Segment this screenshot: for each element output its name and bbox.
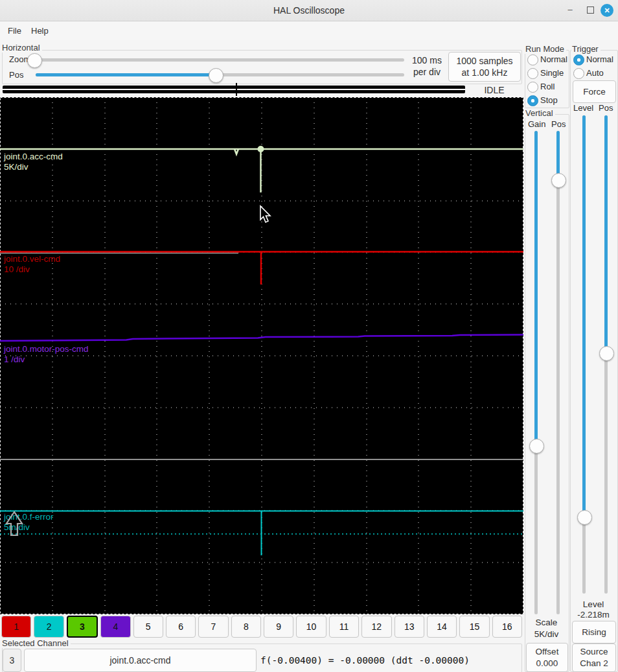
close-icon: ✕ <box>604 6 610 14</box>
channel-button-11[interactable]: 11 <box>329 616 359 638</box>
trigger-label: Trigger <box>571 45 601 54</box>
channel-button-12[interactable]: 12 <box>361 616 391 638</box>
trigger-level-slider-fill <box>582 115 586 517</box>
channel-button-2[interactable]: 2 <box>34 616 63 638</box>
hal-oscilloscope-window: HAL Oscilloscope – ✕ File Help Horizonta… <box>0 0 618 672</box>
trigger-edge-button[interactable]: Rising <box>572 621 616 643</box>
label-vel-cmd-name: joint.0.vel-cmd <box>3 254 60 264</box>
channel-button-9[interactable]: 9 <box>264 616 293 638</box>
pos-slider-label: Pos <box>9 70 23 80</box>
run-mode-radio-single[interactable] <box>527 68 538 79</box>
window-title: HAL Oscilloscope <box>0 0 618 21</box>
vertical-scale-readout: Scale 5K/div <box>525 618 568 640</box>
channel-button-row: 1 2 3 4 5 6 7 8 9 10 11 12 13 14 15 16 <box>1 616 522 638</box>
channel-button-13[interactable]: 13 <box>395 616 424 638</box>
vertical-gain-column-label: Gain <box>528 119 545 129</box>
channel-button-10[interactable]: 10 <box>296 616 326 638</box>
horizontal-pos-slider-handle[interactable] <box>209 68 223 83</box>
time-per-div-readout: 100 ms per div <box>406 52 448 80</box>
zoom-slider-track[interactable] <box>29 58 404 62</box>
channel-button-15[interactable]: 15 <box>459 616 489 638</box>
menu-bar <box>0 21 618 40</box>
scope-display[interactable]: joint.0.acc-cmd 5K/div joint.0.vel-cmd 1… <box>0 97 523 614</box>
trigger-radio-normal[interactable] <box>573 54 584 65</box>
label-motor-pos-cmd-name: joint.0.motor-pos-cmd <box>3 344 89 354</box>
label-vel-cmd-scale: 10 /div <box>4 264 30 274</box>
maximize-button[interactable] <box>583 3 597 17</box>
channel-button-8[interactable]: 8 <box>231 616 261 638</box>
run-mode-single-label: Single <box>540 68 564 78</box>
acquisition-status: IDLE <box>468 85 521 95</box>
trigger-pos-slider-fill <box>604 115 608 353</box>
selected-channel-readout: f(-0.00400) = -0.00000 (ddt -0.00000) <box>260 655 470 666</box>
horizontal-group-label: Horizontal <box>1 43 42 52</box>
close-button[interactable]: ✕ <box>601 4 613 17</box>
label-acc-cmd-scale: 5K/div <box>4 162 29 172</box>
vertical-gain-slider-fill <box>534 131 538 446</box>
vertical-pos-column-label: Pos <box>551 119 566 129</box>
channel-button-16[interactable]: 16 <box>492 616 522 638</box>
trigger-level-readout-label: Level <box>570 599 617 609</box>
trigger-radio-auto[interactable] <box>573 68 584 79</box>
vertical-gain-slider-handle[interactable] <box>529 439 544 454</box>
label-motor-pos-cmd-scale: 1 /div <box>4 354 25 364</box>
channel-button-4[interactable]: 4 <box>100 616 130 638</box>
run-mode-label: Run Mode <box>525 45 566 54</box>
record-progress-bar <box>3 86 465 93</box>
trigger-level-column-label: Level <box>573 103 593 113</box>
run-mode-stop-label: Stop <box>540 95 558 106</box>
minimize-button[interactable]: – <box>563 3 577 17</box>
selected-trace-marker-dot <box>258 146 264 152</box>
selected-channel-number: 3 <box>3 649 21 672</box>
vertical-offset-button[interactable]: Offset 0.000 <box>526 643 568 672</box>
selected-channel-name-button[interactable]: joint.0.acc-cmd <box>24 649 257 672</box>
zoom-slider-handle[interactable] <box>27 53 42 68</box>
vertical-label: Vertical <box>525 109 555 118</box>
trigger-pos-column-label: Pos <box>599 103 613 113</box>
trigger-level-readout-value: -2.218m <box>570 610 617 620</box>
channel-button-1[interactable]: 1 <box>1 616 31 638</box>
samples-rate-button[interactable]: 1000 samples at 1.00 kHz <box>448 52 521 82</box>
run-mode-radio-stop[interactable] <box>527 95 538 106</box>
run-mode-roll-label: Roll <box>540 82 555 92</box>
vertical-pos-slider-track[interactable] <box>556 131 560 614</box>
trigger-normal-label: Normal <box>586 54 613 65</box>
vertical-frame <box>525 114 569 672</box>
menu-help[interactable]: Help <box>27 24 52 38</box>
channel-button-7[interactable]: 7 <box>198 616 228 638</box>
menu-file[interactable]: File <box>4 24 25 38</box>
channel-button-6[interactable]: 6 <box>166 616 196 638</box>
trigger-source-button[interactable]: Source Chan 2 <box>572 643 616 672</box>
channel-button-5[interactable]: 5 <box>133 616 163 638</box>
vertical-pos-slider-handle[interactable] <box>551 173 566 188</box>
trigger-auto-label: Auto <box>586 68 604 78</box>
trigger-frame <box>570 50 618 672</box>
trigger-level-slider-handle[interactable] <box>577 510 592 525</box>
run-mode-normal-label: Normal <box>540 54 567 65</box>
horizontal-pos-slider-fill <box>36 73 216 76</box>
label-acc-cmd-name: joint.0.acc-cmd <box>3 152 63 161</box>
selected-channel-label: Selected Channel <box>1 639 71 648</box>
run-mode-radio-roll[interactable] <box>527 82 538 93</box>
trigger-pos-slider-handle[interactable] <box>599 346 614 361</box>
trigger-force-button[interactable]: Force <box>573 80 616 103</box>
channel-button-3[interactable]: 3 <box>67 616 98 638</box>
run-mode-radio-normal[interactable] <box>527 54 538 65</box>
trigger-position-marker <box>236 83 237 96</box>
channel-button-14[interactable]: 14 <box>427 616 457 638</box>
maximize-icon <box>587 6 594 14</box>
